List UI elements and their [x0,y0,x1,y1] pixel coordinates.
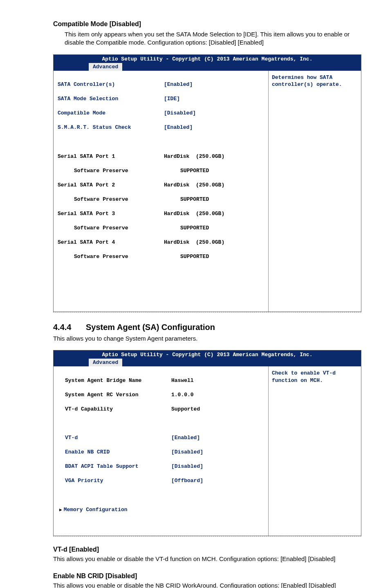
port1-value: HardDisk (250.0GB) [164,153,224,160]
section-title: System Agent (SA) Configuration [86,323,215,332]
rc-version-label: System Agent RC Version [58,391,171,399]
port2-preserve-label: Software Preserve [58,196,180,203]
nbcrid-value[interactable]: [Disabled] [171,449,203,456]
port4-preserve-label: Software Preserve [58,253,180,260]
port3-value: HardDisk (250.0GB) [164,210,224,218]
port2-label: Serial SATA Port 2 [58,182,164,189]
smart-label[interactable]: S.M.A.R.T. Status Check [58,124,164,131]
bios1-left-pane: SATA Controller(s)[Enabled] SATA Mode Se… [54,71,268,312]
section-desc: This allows you to change System Agent p… [53,334,361,343]
bridge-name-value: Haswell [171,377,194,384]
compat-mode-desc: This item only appears when you set the … [65,30,361,47]
port3-preserve-value: SUPPORTED [180,224,209,232]
port1-preserve-value: SUPPORTED [180,167,209,175]
port1-label: Serial SATA Port 1 [58,153,164,160]
vtd-desc: This allows you enable or disable the VT… [53,555,361,563]
bios2-title: Aptio Setup Utility - Copyright (C) 2013… [56,352,359,358]
vga-label[interactable]: VGA Priority [58,477,171,485]
vtd-cap-label: VT-d Capability [58,406,171,413]
port4-preserve-value: SUPPORTED [180,253,209,260]
bios2-help-pane: Check to enable VT-d function on MCH. [268,366,361,536]
compatible-mode-value[interactable]: [Disabled] [164,110,196,117]
smart-value[interactable]: [Enabled] [164,124,193,131]
nbcrid-heading: Enable NB CRID [Disabled] [53,572,361,580]
bios1-tab-advanced[interactable]: Advanced [89,63,122,71]
bios-panel-sata: Aptio Setup Utility - Copyright (C) 2013… [53,54,361,312]
port1-preserve-label: Software Preserve [58,167,180,175]
memory-config-link[interactable]: Memory Configuration [58,506,171,514]
port3-preserve-label: Software Preserve [58,224,180,232]
sata-mode-value[interactable]: [IDE] [164,95,180,103]
port4-value: HardDisk (250.0GB) [164,239,224,246]
bios2-tab-advanced[interactable]: Advanced [89,359,122,366]
port2-preserve-value: SUPPORTED [180,196,209,203]
port4-label: Serial SATA Port 4 [58,239,164,246]
vtd-heading: VT-d [Enabled] [53,546,361,553]
vtd-cap-value: Supported [171,406,200,413]
vga-value[interactable]: [Offboard] [171,477,203,485]
bios1-title: Aptio Setup Utility - Copyright (C) 2013… [56,56,359,62]
bdat-label[interactable]: BDAT ACPI Table Support [58,463,171,470]
section-number: 4.4.4 [53,323,86,332]
bridge-name-label: System Agent Bridge Name [58,377,171,384]
vtd-label[interactable]: VT-d [58,434,171,442]
bios1-help-pane: Determines how SATA controller(s) operat… [268,71,361,312]
bios-panel-sa: Aptio Setup Utility - Copyright (C) 2013… [53,350,361,536]
bdat-value[interactable]: [Disabled] [171,463,203,470]
sata-controller-value[interactable]: [Enabled] [164,81,193,88]
bios2-left-pane: System Agent Bridge NameHaswell System A… [54,366,268,536]
port2-value: HardDisk (250.0GB) [164,182,224,189]
nbcrid-desc: This allows you enable or disable the NB… [53,581,361,588]
sata-controller-label[interactable]: SATA Controller(s) [58,81,164,88]
nbcrid-label[interactable]: Enable NB CRID [58,449,171,456]
sata-mode-label[interactable]: SATA Mode Selection [58,95,164,103]
compat-mode-heading: Compatible Mode [Disabled] [53,20,361,28]
vtd-value[interactable]: [Enabled] [171,434,200,442]
port3-label: Serial SATA Port 3 [58,210,164,218]
compatible-mode-label[interactable]: Compatible Mode [58,110,164,117]
rc-version-value: 1.0.0.0 [171,391,194,399]
cut-line [53,312,361,313]
cut-line-2 [53,536,361,537]
